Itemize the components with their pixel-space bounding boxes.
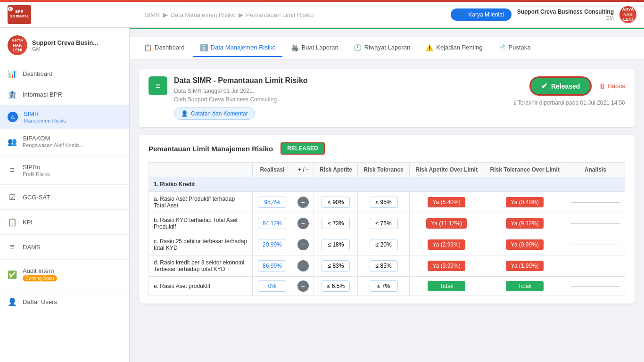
row-tolerance-c: ≤ 20% xyxy=(358,234,409,255)
minus-btn-e[interactable]: − xyxy=(297,280,309,292)
row-realisasi-c: 20,99% xyxy=(253,234,292,255)
top-right: 👤 Karya Milenial Support Creva Business … xyxy=(451,6,636,23)
row-plusminus-e: − xyxy=(292,277,314,296)
th-risk-tolerance: Risk Tolerance xyxy=(358,163,409,177)
row-analisis-e[interactable] xyxy=(566,277,625,296)
apetite-value-c: ≤ 18% xyxy=(322,239,350,250)
row-analisis-b[interactable] xyxy=(566,213,625,234)
sidebar-item-text-dashboard: Dashboard xyxy=(23,70,122,77)
sidebar-item-simr[interactable]: ⚠ SIMR Manajemen Risiko xyxy=(0,105,129,129)
user-avatar[interactable]: ARYANAKLENI xyxy=(619,6,636,23)
tab-pustaka-label: Pustaka xyxy=(509,44,531,51)
sidebar: ARYANAKLENI Support Creva Busin... GM 📊 … xyxy=(0,28,130,362)
breadcrumb-simr[interactable]: SIMR xyxy=(145,11,160,18)
row-analisis-a[interactable] xyxy=(566,192,625,213)
karya-label: Karya Milenial xyxy=(468,11,504,18)
section-title-risiko-kredit: 1. Risiko Kredit xyxy=(149,177,625,192)
daftar-icon: 👤 xyxy=(8,297,17,306)
row-tolerance-d: ≤ 85% xyxy=(358,255,409,277)
analisis-input-a[interactable] xyxy=(571,202,620,203)
content-area: 📋 Dashboard ℹ️ Data Manajemen Risiko 🖨️ … xyxy=(130,28,644,362)
minus-btn-d[interactable]: − xyxy=(297,260,309,272)
kpi-icon: 📋 xyxy=(8,217,17,227)
sidebar-item-daftar[interactable]: 👤 Daftar Users xyxy=(0,291,129,312)
sidebar-label-informasi: Informasi BPR xyxy=(23,91,122,98)
breadcrumb-data[interactable]: Data Manajemen Risiko xyxy=(171,11,236,18)
karya-milenial-button[interactable]: 👤 Karya Milenial xyxy=(451,8,511,21)
sidebar-item-text-gcgsat: GCG-SAT xyxy=(23,194,122,201)
th-apetite-over: Risk Apetite Over Limit xyxy=(409,163,484,177)
row-apetite-b: ≤ 73% xyxy=(314,213,358,234)
sidebar-item-dashboard[interactable]: 📊 Dashboard xyxy=(0,63,129,84)
sidebar-label-sipro: SIPRo xyxy=(23,164,122,171)
tolerance-value-d: ≤ 85% xyxy=(370,260,398,272)
analisis-input-d[interactable] xyxy=(571,266,620,266)
apetite-over-value-c: Ya (2.99%) xyxy=(428,239,465,250)
sidebar-item-kpi[interactable]: 📋 KPI xyxy=(0,212,129,232)
info-icon: ℹ xyxy=(514,99,516,106)
breadcrumb-sep1: ▶ xyxy=(163,11,168,18)
tab-dashboard[interactable]: 📋 Dashboard xyxy=(137,39,191,57)
tab-pustaka[interactable]: 📄 Pustaka xyxy=(491,39,537,57)
tolerance-value-a: ≤ 95% xyxy=(370,197,398,208)
user-info: Support Creva Business Consulting GM xyxy=(517,8,614,21)
sidebar-item-audit[interactable]: ✅ Audit Intern Coming Soon xyxy=(0,262,129,287)
analisis-input-e[interactable] xyxy=(571,286,620,287)
row-label-c: c. Rasio 25 debitur terbesar terhadap to… xyxy=(149,234,253,255)
released-label: Released xyxy=(551,82,580,90)
sidebar-item-sipro[interactable]: ≡ SIPRo Profil Risiko xyxy=(0,158,129,182)
analisis-input-c[interactable] xyxy=(571,245,620,245)
row-apetite-over-b: Ya (11.12%) xyxy=(409,213,484,234)
minus-btn-c[interactable]: − xyxy=(297,239,309,250)
analisis-input-b[interactable] xyxy=(571,223,620,224)
sidebar-user-details: Support Creva Busin... GM xyxy=(32,39,98,52)
sidebar-item-informasi[interactable]: 🏦 Informasi BPR xyxy=(0,84,129,105)
data-document-icon: ≡ xyxy=(149,76,167,95)
sidebar-item-dams[interactable]: ≡ DAMS xyxy=(0,237,129,257)
sidebar-item-sipakom[interactable]: 👥 SIPAKOM Pengawasan Aktif Komis... xyxy=(0,129,129,154)
table-row: a. Rasio Aset Produktif terhadap Total A… xyxy=(149,192,625,213)
row-analisis-d[interactable] xyxy=(566,255,625,277)
hapus-button[interactable]: 🗑 Hapus xyxy=(599,82,625,90)
apetite-over-value-d: Ya (3.99%) xyxy=(428,261,465,271)
tab-data[interactable]: ℹ️ Data Manajemen Risiko xyxy=(193,39,282,57)
table-section-header: Pemantauan Limit Manajemen Risiko RELEAS… xyxy=(149,142,625,155)
breadcrumb-sep2: ▶ xyxy=(239,11,243,18)
tolerance-over-value-d: Ya (1.99%) xyxy=(506,261,544,271)
logo: BPR GO DIGITAL G xyxy=(8,2,137,27)
simr-icon: ⚠ xyxy=(8,112,18,122)
tab-riwayat[interactable]: 🕐 Riwayat Laporan xyxy=(347,39,417,57)
row-realisasi-e: 0% xyxy=(253,277,292,296)
sidebar-sub-sipro: Profil Risiko xyxy=(23,171,122,177)
tolerance-over-value-c: Ya (0.99%) xyxy=(506,239,544,250)
sidebar-divider-3 xyxy=(0,209,129,210)
minus-btn-a[interactable]: − xyxy=(297,197,309,208)
svg-text:GO DIGITAL: GO DIGITAL xyxy=(10,15,29,18)
row-realisasi-b: 84,12% xyxy=(253,213,292,234)
tolerance-value-e: ≤ 7% xyxy=(370,280,398,292)
row-label-e: e. Rasio Aset produktif xyxy=(149,277,253,296)
table-row: b. Rasio KYD terhadap Total Aset Produkt… xyxy=(149,213,625,234)
sidebar-item-gcgsat[interactable]: ☑ GCG-SAT xyxy=(0,187,129,207)
data-header-info: Data SIMR - Pemantauan Limit Risiko Data… xyxy=(174,76,308,120)
tab-kejadian[interactable]: ⚠️ Kejadian Penting xyxy=(419,39,489,57)
row-tolerance-over-e: Tidak xyxy=(484,277,566,296)
sidebar-item-text-simr: SIMR Manajemen Risiko xyxy=(24,110,122,123)
th-realisasi: Realisasi xyxy=(253,163,292,177)
row-apetite-d: ≤ 83% xyxy=(314,255,358,277)
green-accent-line xyxy=(130,28,644,29)
row-apetite-c: ≤ 18% xyxy=(314,234,358,255)
tab-data-icon: ℹ️ xyxy=(200,44,208,51)
tolerance-value-b: ≤ 75% xyxy=(370,218,398,229)
apetite-value-b: ≤ 73% xyxy=(322,218,350,229)
released-button[interactable]: ✔ Released xyxy=(529,76,592,96)
sidebar-avatar: ARYANAKLENI xyxy=(8,35,27,55)
catatan-button[interactable]: 👤 Catatan dan Komentar xyxy=(174,107,255,120)
sidebar-item-text-sipakom: SIPAKOM Pengawasan Aktif Komis... xyxy=(23,135,122,148)
row-realisasi-d: 86,99% xyxy=(253,255,292,277)
row-analisis-c[interactable] xyxy=(566,234,625,255)
logo-svg: BPR GO DIGITAL G xyxy=(8,5,31,24)
app-container: BPR GO DIGITAL G SIMR ▶ Data Manajemen R… xyxy=(0,0,644,362)
minus-btn-b[interactable]: − xyxy=(297,218,309,229)
tab-buat[interactable]: 🖨️ Buat Laporan xyxy=(284,39,345,57)
